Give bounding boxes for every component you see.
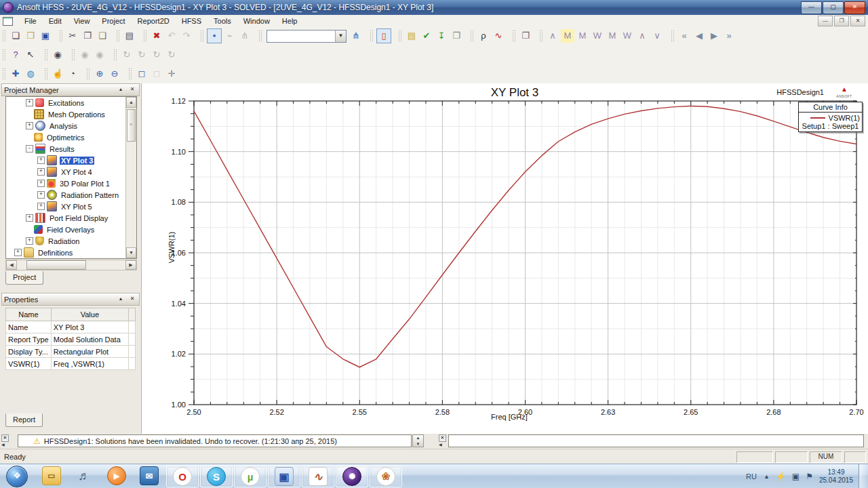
scroll-down-icon[interactable]: ▼ bbox=[126, 247, 136, 258]
boundary-sphere-icon[interactable]: ◍ bbox=[24, 67, 37, 81]
mdi-close-button[interactable]: ✕ bbox=[850, 16, 865, 26]
tree-item-radiation[interactable]: +Radiation bbox=[6, 235, 136, 247]
wave-m3-icon[interactable]: M bbox=[606, 29, 619, 43]
wave-down-icon[interactable]: ∨ bbox=[650, 29, 664, 43]
toolbar-grip[interactable] bbox=[86, 68, 90, 80]
network-icon[interactable]: ▣ bbox=[792, 472, 800, 481]
show-desktop-button[interactable] bbox=[859, 464, 868, 488]
next-frame-icon[interactable]: ▶ bbox=[707, 29, 721, 43]
cut-icon[interactable]: ✂ bbox=[66, 29, 79, 43]
power-plug-icon[interactable]: ⚡ bbox=[776, 472, 786, 481]
collapse-icon[interactable]: - bbox=[26, 145, 33, 152]
tree-item-xy-plot-3[interactable]: +XY Plot 3 bbox=[6, 155, 136, 166]
zoom-in-rect-icon[interactable]: ⊕ bbox=[93, 67, 106, 81]
copy-icon[interactable]: ❐ bbox=[81, 29, 94, 43]
menu-hfss[interactable]: HFSS bbox=[176, 16, 208, 26]
solution-type-icon[interactable]: ▪ bbox=[207, 28, 222, 43]
property-value[interactable]: Modal Solution Data bbox=[51, 333, 128, 346]
property-value[interactable]: XY Plot 3 bbox=[51, 321, 128, 333]
progress-close-icon[interactable]: ✕ bbox=[439, 434, 446, 442]
toolbar-grip[interactable] bbox=[71, 49, 75, 61]
toolbar-grip[interactable] bbox=[370, 30, 373, 42]
tree-horizontal-scrollbar[interactable]: ◀ ▶ bbox=[5, 260, 137, 270]
taskbar-opera-button[interactable]: O bbox=[166, 466, 199, 487]
taskbar-clock[interactable]: 13:49 25.04.2015 bbox=[819, 468, 853, 485]
taskbar-signature-tool-button[interactable]: ∿ bbox=[302, 466, 334, 487]
message-spinner[interactable]: ▲▼ bbox=[412, 434, 424, 447]
panel-collapse-icon[interactable]: ▴ bbox=[116, 85, 125, 94]
zoom-out-rect-icon[interactable]: ⊖ bbox=[108, 67, 121, 81]
save-icon[interactable]: ▣ bbox=[39, 29, 52, 43]
scroll-left-icon[interactable]: ◀ bbox=[6, 260, 17, 270]
action-center-flag-icon[interactable]: ⚑ bbox=[806, 472, 813, 481]
tree-item-field-overlays[interactable]: Field Overlays bbox=[6, 224, 136, 235]
toolbar-grip[interactable] bbox=[2, 49, 5, 61]
mdi-document-icon[interactable] bbox=[3, 17, 13, 26]
start-button[interactable]: ❖ bbox=[6, 466, 28, 487]
tree-item-3d-polar-plot-1[interactable]: +3D Polar Plot 1 bbox=[6, 178, 136, 189]
toolbar-grip[interactable] bbox=[258, 30, 262, 42]
menu-view[interactable]: View bbox=[68, 16, 96, 26]
expand-icon[interactable]: + bbox=[26, 214, 33, 222]
tree-item-xy-plot-4[interactable]: +XY Plot 4 bbox=[6, 166, 136, 178]
toolbar-grip[interactable] bbox=[143, 30, 146, 42]
show-hide-icon[interactable]: ◉ bbox=[51, 48, 64, 62]
toolbar-grip[interactable] bbox=[2, 68, 5, 80]
tree-item-port-field-display[interactable]: +Port Field Display bbox=[6, 212, 136, 224]
delete-icon[interactable]: ✖ bbox=[150, 29, 163, 43]
scroll-up-icon[interactable]: ▲ bbox=[126, 97, 136, 108]
tree-item-xy-plot-5[interactable]: +XY Plot 5 bbox=[6, 201, 136, 212]
menu-tools[interactable]: Tools bbox=[208, 16, 237, 26]
wave-w1-icon[interactable]: W bbox=[591, 29, 604, 43]
expand-icon[interactable]: + bbox=[14, 249, 22, 256]
solve-setup-combobox[interactable]: ▼ bbox=[267, 30, 347, 43]
toolbar-grip[interactable] bbox=[59, 30, 62, 42]
orient-axes-icon[interactable]: ✛ bbox=[165, 67, 178, 81]
progress-prev-icon[interactable]: ◀ bbox=[439, 442, 442, 447]
tree-item-radiation-pattern[interactable]: +Radiation Pattern bbox=[6, 189, 136, 201]
taskbar-volume-button[interactable]: ♬ bbox=[68, 466, 100, 486]
output-variables-icon[interactable]: ▤ bbox=[405, 29, 418, 43]
report-tree-icon[interactable]: ⋔ bbox=[349, 29, 363, 43]
toolbar-grip[interactable] bbox=[44, 68, 47, 80]
last-frame-icon[interactable]: » bbox=[722, 29, 736, 43]
taskbar-media-player-button[interactable]: ▶ bbox=[101, 466, 132, 486]
wave-m1-icon[interactable]: M bbox=[561, 29, 574, 43]
wave-peak-icon[interactable]: ∧ bbox=[546, 29, 559, 43]
toolbar-grip[interactable] bbox=[470, 30, 473, 42]
toolbar-grip[interactable] bbox=[539, 30, 542, 42]
expand-icon[interactable]: + bbox=[37, 168, 45, 176]
minimize-button[interactable]: — bbox=[801, 1, 822, 14]
expand-icon[interactable]: + bbox=[37, 203, 45, 210]
taskbar-utorrent-button[interactable]: µ bbox=[234, 466, 267, 487]
close-button[interactable]: ✕ bbox=[844, 1, 865, 14]
panel-collapse-icon[interactable]: ▴ bbox=[116, 295, 125, 304]
paste-icon[interactable]: ❑ bbox=[96, 29, 109, 43]
panel-close-icon[interactable]: ✕ bbox=[127, 85, 137, 94]
taskbar-mail-button[interactable]: ✉ bbox=[134, 466, 165, 486]
panel-close-icon[interactable]: ✕ bbox=[127, 295, 137, 304]
menu-window[interactable]: Window bbox=[237, 16, 276, 26]
search-icon[interactable]: ρ bbox=[477, 29, 490, 43]
menu-file[interactable]: File bbox=[18, 16, 43, 26]
prev-frame-icon[interactable]: ◀ bbox=[692, 29, 706, 43]
wave-m2-icon[interactable]: M bbox=[576, 29, 589, 43]
tray-expand-icon[interactable]: ▲ bbox=[764, 473, 770, 480]
chevron-down-icon[interactable]: ▼ bbox=[335, 30, 346, 42]
first-frame-icon[interactable]: « bbox=[677, 29, 691, 43]
tree-item-results[interactable]: -Results bbox=[6, 143, 136, 155]
taskbar-hfss-app-button[interactable]: ✺ bbox=[336, 466, 368, 487]
tree-vertical-scrollbar[interactable]: ▲ ≡ ▼ bbox=[125, 97, 136, 258]
wave-w2-icon[interactable]: W bbox=[620, 29, 634, 43]
tree-item-excitations[interactable]: +Excitations bbox=[6, 97, 136, 108]
analyze-icon[interactable]: ▯ bbox=[376, 28, 391, 43]
menu-report2d[interactable]: Report2D bbox=[132, 16, 176, 26]
scroll-right-icon[interactable]: ▶ bbox=[125, 260, 136, 270]
pan-hand-icon[interactable]: ☝ bbox=[51, 67, 64, 81]
validate-check-icon[interactable]: ✔ bbox=[420, 29, 433, 43]
toolbar-grip[interactable] bbox=[512, 30, 515, 42]
language-indicator[interactable]: RU bbox=[746, 472, 757, 481]
toolbar-grip[interactable] bbox=[2, 30, 5, 42]
new-document-icon[interactable]: ❏ bbox=[9, 29, 22, 43]
message-close-icon[interactable]: ✕ bbox=[1, 434, 9, 442]
